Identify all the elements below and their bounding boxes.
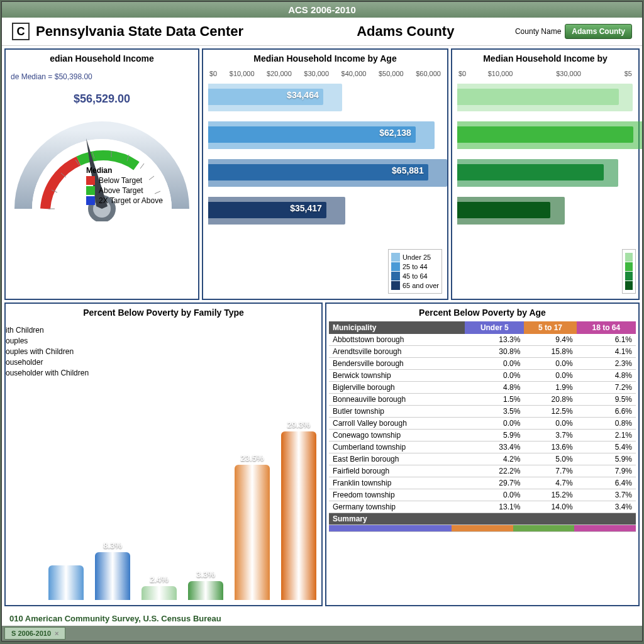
gauge-panel: edian Household Income de Median = $50,3… — [4, 48, 199, 300]
county-select-button[interactable]: Adams County — [565, 24, 632, 39]
poverty-age-title: Percent Below Poverty by Age — [326, 304, 638, 321]
table-row[interactable]: Biglerville borough4.8%1.9%7.2% — [329, 382, 636, 394]
gauge-value: $56,529.00 — [11, 92, 193, 106]
footer-citation: 010 American Community Survey, U.S. Cens… — [2, 609, 642, 626]
age-legend: Under 2525 to 4445 to 6465 and over — [388, 249, 442, 294]
table-row[interactable]: Germany township13.1%14.0%3.4% — [329, 501, 636, 513]
median-legend: Median Below Target Above Target 2X Targ… — [86, 166, 193, 205]
table-row[interactable]: East Berlin borough4.2%5.0%5.9% — [329, 453, 636, 465]
table-row[interactable]: Arendtsville borough30.8%15.8%4.1% — [329, 346, 636, 358]
table-row[interactable]: Cumberland township33.4%13.6%5.4% — [329, 441, 636, 453]
table-row[interactable]: Franklin township29.7%4.7%6.4% — [329, 477, 636, 489]
table-row[interactable]: Freedom township0.0%15.2%3.7% — [329, 489, 636, 501]
logo: C — [12, 23, 30, 40]
poverty-age-table[interactable]: MunicipalityUnder 55 to 1718 to 64 Abbot… — [329, 321, 636, 532]
poverty-family-title: Percent Below Poverty by Family Type — [6, 304, 321, 321]
income-by-tenure-panel: Median Household Income by $0$10,000$30,… — [451, 48, 640, 300]
table-row[interactable]: Fairfield borough22.2%7.7%7.9% — [329, 465, 636, 477]
income-by-tenure-title: Median Household Income by — [452, 50, 638, 67]
poverty-age-panel: Percent Below Poverty by Age Municipalit… — [325, 303, 640, 606]
table-row[interactable]: Abbottstown borough13.3%9.4%6.1% — [329, 334, 636, 346]
tab-bar: S 2006-2010× — [2, 626, 642, 641]
window-titlebar: ACS 2006-2010 — [2, 2, 642, 18]
table-row[interactable]: Butler township3.5%12.5%6.6% — [329, 406, 636, 418]
gauge-statewide-note: de Median = $50,398.00 — [11, 72, 193, 81]
table-row[interactable]: Carroll Valley borough0.0%0.0%0.8% — [329, 418, 636, 430]
family-legend: ith Children ouples ouples with Children… — [6, 324, 89, 379]
gauge-panel-title: edian Household Income — [6, 50, 198, 67]
county-name-label: County Name — [515, 27, 561, 36]
table-row[interactable]: Bonneauville borough1.5%20.8%9.5% — [329, 394, 636, 406]
table-row[interactable]: Conewago township5.9%3.7%2.1% — [329, 430, 636, 441]
tenure-legend — [622, 249, 636, 294]
income-by-age-title: Median Household Income by Age — [203, 50, 447, 67]
close-icon[interactable]: × — [55, 630, 58, 637]
app-title: Pennsylvania State Data Center — [36, 23, 243, 40]
county-title: Adams County — [357, 23, 454, 40]
header: C Pennsylvania State Data Center Adams C… — [2, 18, 642, 46]
poverty-family-panel: Percent Below Poverty by Family Type ith… — [4, 303, 323, 606]
income-by-age-panel: Median Household Income by Age $0$10,000… — [202, 48, 448, 300]
table-row[interactable]: Berwick township0.0%0.0%4.8% — [329, 370, 636, 382]
tab-acs[interactable]: S 2006-2010× — [4, 627, 65, 640]
table-row[interactable]: Bendersville borough0.0%0.0%2.3% — [329, 358, 636, 370]
